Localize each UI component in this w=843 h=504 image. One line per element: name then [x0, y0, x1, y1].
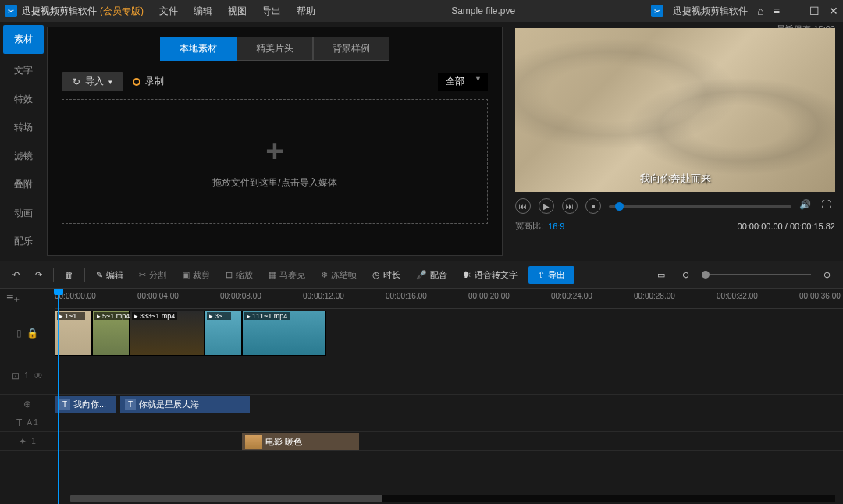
- video-clip[interactable]: ▸5~1.mp4: [92, 311, 130, 356]
- media-dropzone[interactable]: + 拖放文件到这里/点击导入媒体: [62, 99, 488, 224]
- sidetab-transition[interactable]: 转场: [0, 114, 47, 143]
- fit-button[interactable]: ▭: [653, 268, 670, 282]
- time-display: 00:00:00.00 / 00:00:15.82: [738, 222, 835, 231]
- timeline-scrollbar[interactable]: [70, 495, 835, 502]
- app-logo-small-icon: ✂: [651, 5, 663, 17]
- dub-button[interactable]: 🎤配音: [411, 267, 452, 283]
- menu-edit[interactable]: 编辑: [194, 5, 212, 18]
- freeze-button[interactable]: ❄冻结帧: [316, 267, 361, 283]
- undo-button[interactable]: ↶: [8, 268, 24, 282]
- media-tab-background[interactable]: 背景样例: [313, 37, 389, 61]
- prev-frame-button[interactable]: ⏮: [515, 198, 531, 214]
- import-button[interactable]: ↻ 导入 ▾: [62, 72, 123, 91]
- timeline-ruler[interactable]: 00:00:00.00 00:00:04.00 00:00:08.00 00:0…: [55, 289, 843, 309]
- zoom-out-button[interactable]: ⊖: [678, 268, 694, 282]
- text-clip[interactable]: T 我向你...: [55, 396, 116, 413]
- seek-handle[interactable]: [615, 202, 624, 211]
- edit-toolbar: ↶ ↷ 🗑 ✎编辑 ✂分割 ▣裁剪 ⊡缩放 ▦马赛克 ❄冻结帧 ◷时长 🎤配音 …: [0, 261, 843, 289]
- zoom-in-button[interactable]: ⊕: [819, 268, 835, 282]
- export-button[interactable]: ⇧导出: [528, 266, 574, 284]
- add-track-button[interactable]: ≡₊: [6, 290, 20, 305]
- delete-button[interactable]: 🗑: [60, 268, 78, 282]
- split-button[interactable]: ✂分割: [134, 267, 171, 283]
- document-filename: Sample file.pve: [315, 5, 651, 16]
- playhead[interactable]: [58, 289, 59, 504]
- zoom-button[interactable]: ⊡缩放: [221, 267, 258, 283]
- redo-button[interactable]: ↷: [30, 268, 47, 282]
- menu-icon[interactable]: ≡: [774, 5, 780, 17]
- minimize-button[interactable]: —: [789, 5, 800, 17]
- video-track-head[interactable]: ▯ 🔒: [0, 309, 55, 357]
- zoom-handle[interactable]: [702, 271, 710, 279]
- menu-view[interactable]: 视图: [228, 5, 247, 18]
- video-clip[interactable]: ▸111~1.mp4: [242, 311, 326, 356]
- vip-badge: (会员专版): [100, 5, 144, 18]
- volume-icon[interactable]: 🔊: [799, 199, 813, 213]
- video-clip[interactable]: ▸1~1...: [55, 311, 92, 356]
- close-button[interactable]: ✕: [829, 5, 838, 17]
- mosaic-icon: ▦: [269, 270, 276, 280]
- fullscreen-icon[interactable]: ⛶: [821, 199, 835, 213]
- preview-video[interactable]: 我向你奔赴而来: [515, 28, 835, 192]
- media-tab-local[interactable]: 本地素材: [160, 37, 237, 61]
- ruler-tick: 00:00:20.00: [468, 292, 510, 300]
- effect-track-head[interactable]: ✦1: [0, 432, 55, 450]
- menu-file[interactable]: 文件: [159, 5, 178, 18]
- mosaic-button[interactable]: ▦马赛克: [264, 267, 310, 283]
- video-clip[interactable]: ▸3~...: [205, 311, 242, 356]
- home-icon[interactable]: ⌂: [757, 5, 763, 17]
- sidetab-animation[interactable]: 动画: [0, 199, 47, 228]
- clock-icon: ◷: [372, 270, 380, 280]
- video-track[interactable]: ▯ 🔒 ▸1~1... ▸5~1.mp4 ▸333~1.mp4 ▸3~... ▸…: [0, 309, 843, 357]
- filter-clip[interactable]: 电影 暖色: [242, 433, 359, 450]
- text-clip-icon: T: [125, 399, 136, 410]
- sidetab-effects[interactable]: 特效: [0, 85, 47, 114]
- record-label: 录制: [145, 75, 164, 88]
- edit-button[interactable]: ✎编辑: [91, 267, 128, 283]
- menu-export[interactable]: 导出: [262, 5, 281, 18]
- pip-track[interactable]: ⊡1 👁: [0, 357, 843, 395]
- text-clip[interactable]: T 你就是星辰大海: [120, 396, 250, 413]
- duration-button[interactable]: ◷时长: [368, 267, 405, 283]
- filter-selected: 全部: [446, 76, 464, 87]
- zoom-slider[interactable]: [702, 274, 811, 275]
- sidetab-filter[interactable]: 滤镜: [0, 142, 47, 171]
- stt-icon: 🗣: [463, 270, 471, 279]
- pip-track-head[interactable]: ⊡1 👁: [0, 357, 55, 394]
- sidetab-material[interactable]: 素材: [3, 25, 44, 54]
- stt-button[interactable]: 🗣语音转文字: [458, 267, 522, 283]
- sidetab-text[interactable]: 文字: [0, 57, 47, 86]
- filter-dropdown[interactable]: 全部: [438, 73, 488, 91]
- stop-button[interactable]: ■: [585, 198, 601, 214]
- menu-help[interactable]: 帮助: [297, 5, 315, 18]
- text-track-head[interactable]: ⊕: [0, 395, 55, 413]
- crop-button[interactable]: ▣裁剪: [177, 267, 215, 283]
- edit-icon: ✎: [96, 270, 103, 280]
- app-name: 迅捷视频剪辑软件: [22, 5, 97, 18]
- scrollbar-thumb[interactable]: [70, 495, 382, 502]
- play-button[interactable]: ▶: [539, 198, 554, 214]
- subtitle-track[interactable]: TA 1: [0, 413, 843, 432]
- video-clip[interactable]: ▸333~1.mp4: [130, 311, 205, 356]
- subtitle-track-head[interactable]: TA 1: [0, 413, 55, 431]
- media-panel: 本地素材 精美片头 背景样例 ↻ 导入 ▾ 录制 全部 + 拖放文件到这里/点击…: [47, 27, 503, 256]
- filter-thumb: [245, 435, 262, 449]
- app-name-right: 迅捷视频剪辑软件: [673, 5, 748, 18]
- media-tab-intro[interactable]: 精美片头: [237, 37, 313, 61]
- eye-icon[interactable]: 👁: [34, 371, 43, 382]
- sidetab-music[interactable]: 配乐: [0, 228, 47, 257]
- title-bar: ✂ 迅捷视频剪辑软件 (会员专版) 文件 编辑 视图 导出 帮助 Sample …: [0, 0, 843, 22]
- preview-panel: 我向你奔赴而来 ⏮ ▶ ⏭ ■ 🔊 ⛶ 宽高比: 16:9 00:00:00.0…: [507, 22, 843, 256]
- next-frame-button[interactable]: ⏭: [562, 198, 578, 214]
- sidetab-overlay[interactable]: 叠附: [0, 171, 47, 200]
- text-track[interactable]: ⊕ T 我向你... T 你就是星辰大海: [0, 395, 843, 413]
- aspect-value[interactable]: 16:9: [548, 222, 564, 231]
- video-track-icon: ▯: [16, 328, 22, 339]
- seek-bar[interactable]: [609, 205, 791, 208]
- record-button[interactable]: 录制: [133, 75, 164, 88]
- subtitle-track-icon: T: [16, 417, 22, 428]
- maximize-button[interactable]: ☐: [809, 5, 820, 17]
- text-clip-icon: T: [59, 399, 70, 410]
- lock-icon[interactable]: 🔒: [27, 328, 38, 339]
- effect-track[interactable]: ✦1 电影 暖色: [0, 432, 843, 451]
